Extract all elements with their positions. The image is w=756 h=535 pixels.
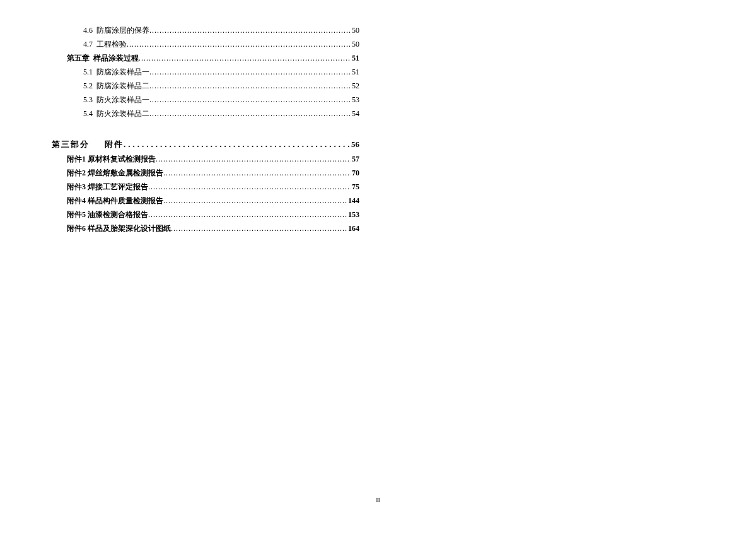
toc-entry-label: 附件6 样品及胎架深化设计图纸 xyxy=(67,221,171,235)
toc-page-num: 50 xyxy=(351,37,359,51)
toc-page-num: 51 xyxy=(351,65,359,79)
toc-entry-label: 5.1 防腐涂装样品一 xyxy=(83,65,149,79)
toc-leader xyxy=(139,51,351,65)
toc-page-num: 70 xyxy=(351,166,359,180)
toc-entry-label: 5.2 防腐涂装样品二 xyxy=(83,79,149,93)
toc-entry-label: 附件5 油漆检测合格报告 xyxy=(67,208,148,221)
part-title: 附件 xyxy=(105,137,124,152)
toc-entry-label: 附件2 焊丝熔敷金属检测报告 xyxy=(67,166,163,180)
toc-leader xyxy=(163,166,351,180)
toc-appendix-entry: 附件4 样品构件质量检测报告 144 xyxy=(67,194,359,208)
toc-chapter-entry: 第五章 样品涂装过程 51 xyxy=(67,51,359,65)
toc-entry: 5.3 防火涂装样品一 53 xyxy=(67,93,359,107)
toc-appendix-entry: 附件6 样品及胎架深化设计图纸 164 xyxy=(67,221,359,235)
toc-group-appendix: 附件1 原材料复试检测报告 57 附件2 焊丝熔敷金属检测报告 70 附件3 焊… xyxy=(67,152,359,235)
toc-page-num: 50 xyxy=(351,23,359,37)
part-label: 第三部分 xyxy=(52,137,105,152)
toc-appendix-entry: 附件2 焊丝熔敷金属检测报告 70 xyxy=(67,166,359,180)
toc-appendix-entry: 附件3 焊接工艺评定报告 75 xyxy=(67,180,359,194)
page-number: II xyxy=(376,497,380,503)
toc-page-num: 153 xyxy=(347,208,359,221)
toc-leader xyxy=(148,208,347,221)
toc-leader xyxy=(124,137,350,152)
toc-appendix-entry: 附件1 原材料复试检测报告 57 xyxy=(67,152,359,166)
toc-entry-label: 4.7 工程检验 xyxy=(83,37,127,51)
toc-entry-label: 5.3 防火涂装样品一 xyxy=(83,93,149,107)
toc-page: 4.6 防腐涂层的保养 50 4.7 工程检验 50 第五章 样品涂装过程 51… xyxy=(0,0,359,235)
toc-entry-label: 附件1 原材料复试检测报告 xyxy=(67,152,156,166)
toc-leader xyxy=(163,194,347,208)
toc-leader xyxy=(149,65,351,79)
toc-leader xyxy=(148,180,351,194)
toc-entry-label: 附件4 样品构件质量检测报告 xyxy=(67,194,163,208)
toc-entry: 5.4 防火涂装样品二 54 xyxy=(67,107,359,121)
toc-entry-label: 第五章 样品涂装过程 xyxy=(67,51,139,65)
toc-leader xyxy=(171,221,347,235)
toc-entry: 4.6 防腐涂层的保养 50 xyxy=(67,23,359,37)
toc-page-num: 54 xyxy=(351,107,359,121)
toc-group-chapter: 4.6 防腐涂层的保养 50 4.7 工程检验 50 第五章 样品涂装过程 51… xyxy=(67,23,359,121)
toc-page-num: 57 xyxy=(351,152,359,166)
toc-page-num: 75 xyxy=(351,180,359,194)
toc-page-num: 144 xyxy=(347,194,359,208)
toc-entry: 5.1 防腐涂装样品一 51 xyxy=(67,65,359,79)
page-footer: II xyxy=(0,497,756,503)
toc-leader xyxy=(149,93,351,107)
toc-leader xyxy=(149,23,351,37)
toc-leader xyxy=(149,107,351,121)
section-gap xyxy=(67,121,359,137)
toc-entry-label: 4.6 防腐涂层的保养 xyxy=(83,23,149,37)
toc-page-num: 53 xyxy=(351,93,359,107)
toc-page-num: 164 xyxy=(347,221,359,235)
toc-entry-label: 5.4 防火涂装样品二 xyxy=(83,107,149,121)
toc-leader xyxy=(156,152,351,166)
toc-entry: 4.7 工程检验 50 xyxy=(67,37,359,51)
toc-part-heading: 第三部分 附件 56 xyxy=(52,137,359,152)
toc-entry: 5.2 防腐涂装样品二 52 xyxy=(67,79,359,93)
toc-leader xyxy=(149,79,351,93)
toc-leader xyxy=(127,37,351,51)
toc-page-num: 52 xyxy=(351,79,359,93)
toc-appendix-entry: 附件5 油漆检测合格报告 153 xyxy=(67,208,359,221)
toc-page-num: 56 xyxy=(350,137,359,152)
toc-entry-label: 附件3 焊接工艺评定报告 xyxy=(67,180,148,194)
toc-page-num: 51 xyxy=(351,51,359,65)
